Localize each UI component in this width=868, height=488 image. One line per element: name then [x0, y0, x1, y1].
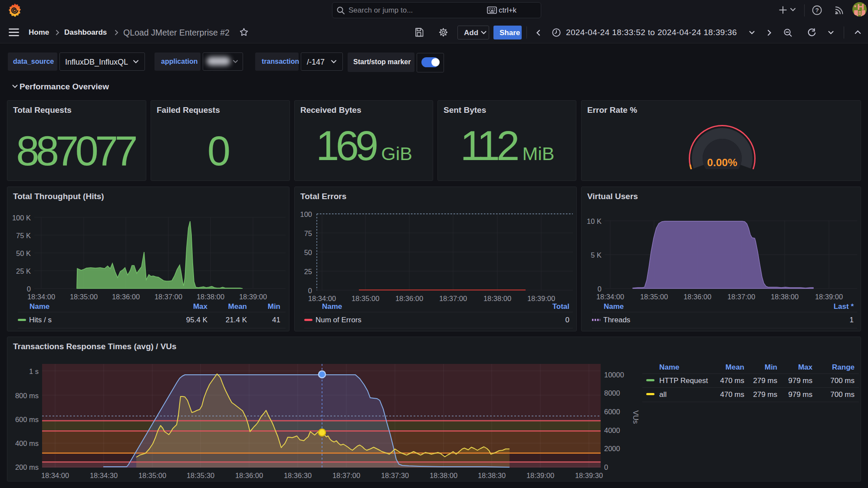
- svg-text:?: ?: [815, 7, 819, 13]
- svg-text:0.00%: 0.00%: [707, 157, 737, 168]
